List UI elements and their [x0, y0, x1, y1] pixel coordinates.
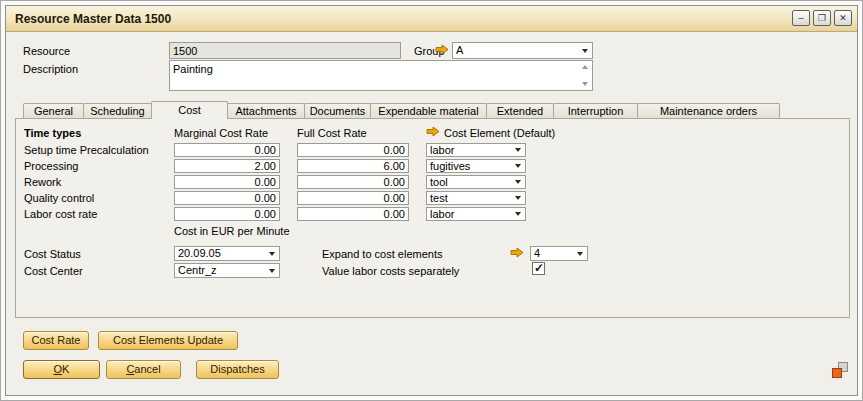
- marginal-cost-input[interactable]: [174, 207, 280, 221]
- value-labor-checkbox[interactable]: [532, 262, 545, 275]
- scroll-up-icon[interactable]: [582, 65, 588, 69]
- full-cost-input[interactable]: [297, 175, 409, 189]
- cost-element-dropdown[interactable]: labor: [426, 207, 526, 221]
- marginal-cost-rate-header: Marginal Cost Rate: [174, 127, 268, 140]
- cost-elements-update-button[interactable]: Cost Elements Update: [98, 331, 238, 350]
- cost-tab-pane: Time types Marginal Cost Rate Full Cost …: [15, 118, 850, 318]
- full-cost-rate-header: Full Cost Rate: [297, 127, 367, 140]
- cost-element-dropdown[interactable]: fugitives: [426, 159, 526, 173]
- full-cost-input[interactable]: [297, 207, 409, 221]
- window-frame: Resource Master Data 1500 – ❐ ✕ Resource…: [0, 0, 863, 401]
- cost-status-value: 20.09.05: [178, 247, 221, 259]
- cost-rate-button[interactable]: Cost Rate: [23, 331, 89, 350]
- group-dropdown[interactable]: A: [452, 42, 593, 59]
- description-value: Painting: [173, 63, 213, 76]
- full-cost-input[interactable]: [297, 143, 409, 157]
- title-bar[interactable]: Resource Master Data 1500 – ❐ ✕: [6, 6, 857, 32]
- time-types-header: Time types: [24, 127, 81, 140]
- link-arrow-icon[interactable]: [426, 126, 440, 137]
- description-label: Description: [23, 63, 78, 76]
- minimize-button[interactable]: –: [792, 10, 810, 26]
- cost-row-label: Rework: [24, 176, 61, 189]
- cost-row-label: Quality control: [24, 192, 94, 205]
- tab-cost[interactable]: Cost: [151, 101, 228, 118]
- cost-element-dropdown[interactable]: labor: [426, 143, 526, 157]
- cost-center-label: Cost Center: [24, 265, 83, 278]
- cost-row-label: Processing: [24, 160, 78, 173]
- tab-attachments[interactable]: Attachments: [227, 103, 305, 118]
- cost-row-label: Setup time Precalculation: [24, 144, 149, 157]
- group-value: A: [456, 44, 463, 56]
- window-title: Resource Master Data 1500: [15, 12, 171, 26]
- full-cost-input[interactable]: [297, 191, 409, 205]
- tab-scheduling[interactable]: Scheduling: [83, 103, 152, 118]
- ui-config-icon[interactable]: [832, 362, 848, 378]
- ok-rest: K: [62, 363, 69, 375]
- cost-element-value: labor: [430, 144, 454, 156]
- cost-element-header: Cost Element (Default): [444, 127, 555, 140]
- ok-button[interactable]: OK: [23, 360, 100, 379]
- expand-to-cost-elements-label: Expand to cost elements: [322, 248, 442, 261]
- cost-element-value: tool: [430, 176, 448, 188]
- cost-element-dropdown[interactable]: test: [426, 191, 526, 205]
- tab-maintenance-orders[interactable]: Maintenance orders: [637, 103, 780, 118]
- cost-center-value: Centr_z: [178, 264, 217, 276]
- window-controls: – ❐ ✕: [792, 10, 852, 26]
- cancel-rest: ancel: [134, 363, 160, 375]
- cost-element-value: test: [430, 192, 448, 204]
- cost-row-label: Labor cost rate: [24, 208, 97, 221]
- tab-bar: General Scheduling Cost Attachments Docu…: [23, 101, 779, 118]
- scroll-down-icon[interactable]: [582, 82, 588, 86]
- full-cost-input[interactable]: [297, 159, 409, 173]
- cancel-button[interactable]: Cancel: [106, 360, 181, 379]
- tab-interruption[interactable]: Interruption: [553, 103, 638, 118]
- cost-center-dropdown[interactable]: Centr_z: [174, 263, 280, 278]
- cost-element-value: fugitives: [430, 160, 470, 172]
- link-arrow-icon[interactable]: [435, 44, 449, 55]
- value-labor-costs-label: Value labor costs separately: [322, 265, 459, 278]
- cost-element-value: labor: [430, 208, 454, 220]
- resource-label: Resource: [23, 45, 70, 58]
- tab-documents[interactable]: Documents: [304, 103, 371, 118]
- marginal-cost-input[interactable]: [174, 175, 280, 189]
- link-arrow-icon[interactable]: [510, 247, 524, 258]
- resource-field: [169, 42, 401, 59]
- tab-general[interactable]: General: [23, 103, 84, 118]
- cost-element-dropdown[interactable]: tool: [426, 175, 526, 189]
- ok-accel: O: [54, 363, 63, 375]
- close-button[interactable]: ✕: [834, 10, 852, 26]
- expand-to-cost-elements-dropdown[interactable]: 4: [530, 246, 588, 261]
- marginal-cost-input[interactable]: [174, 159, 280, 173]
- tab-expendable-material[interactable]: Expendable material: [370, 103, 487, 118]
- expand-value: 4: [534, 247, 540, 259]
- cost-unit-note: Cost in EUR per Minute: [174, 225, 290, 238]
- dispatches-button[interactable]: Dispatches: [196, 360, 279, 379]
- cost-status-label: Cost Status: [24, 248, 81, 261]
- description-field[interactable]: Painting: [169, 60, 593, 91]
- resource-master-data-window: Resource Master Data 1500 – ❐ ✕ Resource…: [5, 5, 858, 396]
- marginal-cost-input[interactable]: [174, 143, 280, 157]
- marginal-cost-input[interactable]: [174, 191, 280, 205]
- restore-button[interactable]: ❐: [813, 10, 831, 26]
- tab-extended[interactable]: Extended: [486, 103, 554, 118]
- description-scrollbar[interactable]: [580, 62, 591, 89]
- cost-status-dropdown[interactable]: 20.09.05: [174, 246, 280, 261]
